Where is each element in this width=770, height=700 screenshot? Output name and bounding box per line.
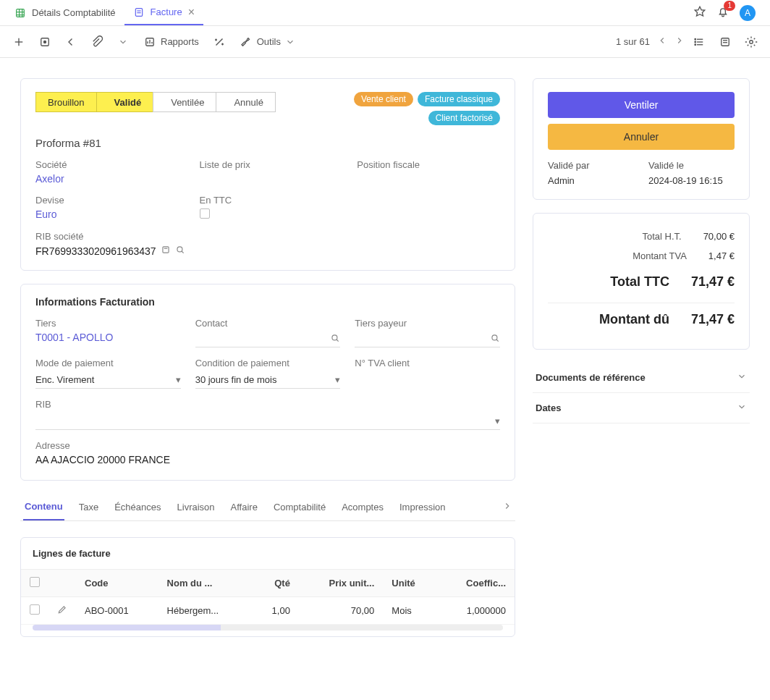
chevron-down-icon <box>737 371 747 384</box>
paycond-select[interactable]: 30 jours fin de mois▾ <box>195 371 341 389</box>
chevron-down-icon: ▾ <box>335 374 340 385</box>
tab-deposits[interactable]: Acomptes <box>340 494 385 520</box>
attach-button[interactable] <box>85 30 109 54</box>
col-coef[interactable]: Coeffic... <box>438 570 515 597</box>
chevron-down-icon: ▾ <box>176 374 181 385</box>
accordion-label: Documents de référence <box>536 372 646 383</box>
svg-rect-0 <box>17 9 25 17</box>
total-ht-value: 70,00 € <box>703 231 735 242</box>
vat-label: N° TVA client <box>355 358 500 368</box>
col-code[interactable]: Code <box>76 570 158 597</box>
tab-content[interactable]: Contenu <box>23 494 64 520</box>
svg-line-37 <box>337 340 339 342</box>
save-button[interactable] <box>33 30 56 54</box>
status-cancelled[interactable]: Annulé <box>216 92 275 112</box>
search-icon[interactable] <box>175 245 185 257</box>
back-button[interactable] <box>59 30 82 54</box>
cell-unit: Mois <box>383 597 438 625</box>
edit-icon[interactable] <box>57 606 67 617</box>
status-draft[interactable]: Brouillon <box>35 92 97 112</box>
close-icon[interactable]: × <box>188 6 195 19</box>
cell-unitprice: 70,00 <box>299 597 383 625</box>
type-badges: Vente client Facture classique Client fa… <box>341 92 500 125</box>
select-all-checkbox[interactable] <box>30 577 40 587</box>
grid-icon <box>14 7 26 19</box>
table-row[interactable]: ABO-0001 Hébergem... 1,00 70,00 Mois 1,0… <box>21 597 515 625</box>
tab-delivery[interactable]: Livraison <box>176 494 216 520</box>
toolbar: Rapports Outils 1 sur 61 <box>0 26 770 58</box>
currency-value[interactable]: Euro <box>35 208 185 220</box>
cell-name: Hébergem... <box>158 597 251 625</box>
new-button[interactable] <box>7 30 30 54</box>
next-button[interactable] <box>674 35 685 48</box>
tab-tax[interactable]: Taxe <box>77 494 100 520</box>
validated-on-label: Validé le <box>648 160 735 171</box>
status-validated[interactable]: Validé <box>96 92 154 112</box>
tab-accounting[interactable]: Comptabilité <box>272 494 327 520</box>
form-view-button[interactable] <box>714 30 737 54</box>
search-icon[interactable] <box>490 333 500 345</box>
tab-accounting-details[interactable]: Détails Comptabilité <box>6 0 124 25</box>
contact-input[interactable] <box>195 332 341 347</box>
list-view-button[interactable] <box>688 30 711 54</box>
rib-company-label: RIB société <box>35 231 185 242</box>
star-icon[interactable] <box>693 5 706 20</box>
open-icon[interactable] <box>161 245 171 257</box>
payer-label: Tiers payeur <box>355 318 500 329</box>
col-qty[interactable]: Qté <box>251 570 299 597</box>
reports-button[interactable]: Rapports <box>138 30 205 54</box>
badge-sale: Vente client <box>354 92 413 106</box>
total-tva-value: 1,47 € <box>708 250 735 261</box>
fiscal-label: Position fiscale <box>357 159 500 170</box>
prev-button[interactable] <box>657 35 667 48</box>
svg-rect-28 <box>722 38 729 46</box>
annuler-button[interactable]: Annuler <box>548 124 735 150</box>
accordion-dates[interactable]: Dates <box>533 393 750 423</box>
accordion-docs[interactable]: Documents de référence <box>533 363 750 393</box>
tab-print[interactable]: Impression <box>398 494 447 520</box>
avatar[interactable]: A <box>740 5 756 21</box>
svg-line-39 <box>496 340 499 342</box>
total-tva-label: Montant TVA <box>548 250 708 261</box>
search-icon[interactable] <box>330 333 340 345</box>
amount-due-value: 71,47 € <box>691 312 735 327</box>
contact-label: Contact <box>195 318 341 329</box>
badge-factored: Client factorisé <box>428 111 500 125</box>
tiers-label: Tiers <box>35 318 181 329</box>
chevron-down-icon: ▾ <box>495 416 500 426</box>
address-label: Adresse <box>35 440 500 451</box>
paycond-label: Condition de paiement <box>195 358 341 368</box>
header-card: Brouillon Validé Ventilée Annulé Vente c… <box>20 78 515 271</box>
ventiler-button[interactable]: Ventiler <box>548 92 735 118</box>
status-posted[interactable]: Ventilée <box>153 92 216 112</box>
svg-point-26 <box>695 41 696 43</box>
tabs-scroll-right[interactable] <box>502 501 512 513</box>
paymode-select[interactable]: Enc. Virement▾ <box>35 371 181 389</box>
tiers-value[interactable]: T0001 - APOLLO <box>35 332 181 343</box>
tab-duedates[interactable]: Échéances <box>113 494 162 520</box>
row-checkbox[interactable] <box>30 604 40 615</box>
col-unitprice[interactable]: Prix unit... <box>299 570 383 597</box>
validated-on-value: 2024-08-19 16:15 <box>648 175 735 186</box>
company-value[interactable]: Axelor <box>35 173 185 185</box>
notifications-icon[interactable]: 1 <box>716 5 729 20</box>
tab-business[interactable]: Affaire <box>229 494 259 520</box>
cell-code: ABO-0001 <box>76 597 158 625</box>
total-ttc-value: 71,47 € <box>691 274 735 290</box>
col-unit[interactable]: Unité <box>383 570 438 597</box>
tab-invoice[interactable]: Facture × <box>124 0 203 25</box>
magic-button[interactable] <box>208 30 231 54</box>
in-ttc-checkbox[interactable] <box>200 208 210 219</box>
horizontal-scrollbar[interactable] <box>33 625 503 631</box>
payer-input[interactable] <box>355 332 500 347</box>
svg-rect-32 <box>163 247 169 253</box>
tools-button[interactable]: Outils <box>234 30 301 54</box>
address-value: AA AJACCIO 20000 FRANCE <box>35 454 500 465</box>
tab-label: Facture <box>151 7 182 17</box>
more-button[interactable] <box>111 30 135 54</box>
settings-button[interactable] <box>740 30 763 54</box>
currency-label: Devise <box>35 195 185 206</box>
amount-due-label: Montant dû <box>548 312 691 327</box>
rib-select[interactable]: ▾ <box>35 413 500 430</box>
col-name[interactable]: Nom du ... <box>158 570 251 597</box>
